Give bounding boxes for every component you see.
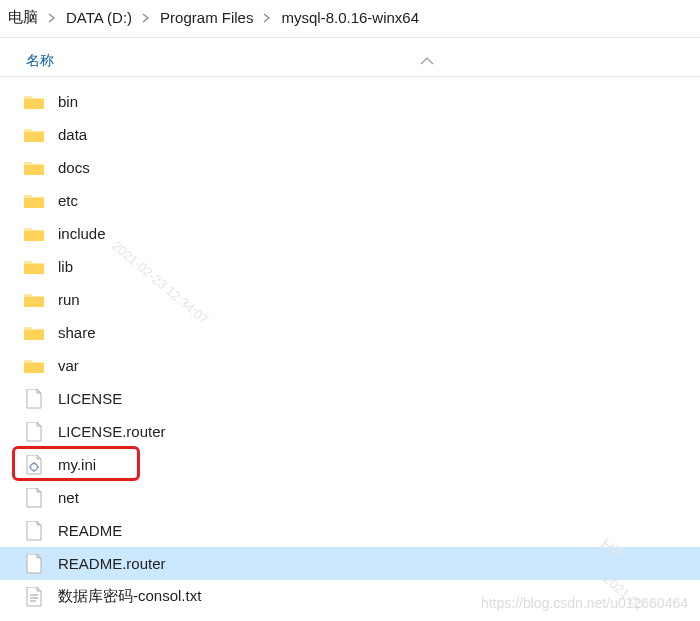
folder-icon bbox=[24, 224, 44, 244]
file-icon bbox=[24, 554, 44, 574]
breadcrumb-item[interactable]: Program Files bbox=[156, 7, 257, 28]
file-name: LICENSE bbox=[58, 390, 122, 407]
file-row[interactable]: include bbox=[0, 217, 700, 250]
chevron-right-icon[interactable] bbox=[140, 13, 152, 23]
file-row[interactable]: data bbox=[0, 118, 700, 151]
file-icon bbox=[24, 488, 44, 508]
folder-icon bbox=[24, 191, 44, 211]
folder-icon bbox=[24, 356, 44, 376]
file-row[interactable]: README bbox=[0, 514, 700, 547]
file-icon bbox=[24, 422, 44, 442]
breadcrumb-item[interactable]: 电脑 bbox=[4, 6, 42, 29]
file-name: net bbox=[58, 489, 79, 506]
file-name: lib bbox=[58, 258, 73, 275]
folder-icon bbox=[24, 125, 44, 145]
file-row[interactable]: etc bbox=[0, 184, 700, 217]
breadcrumb: 电脑 DATA (D:) Program Files mysql-8.0.16-… bbox=[0, 0, 700, 38]
breadcrumb-item[interactable]: DATA (D:) bbox=[62, 7, 136, 28]
file-row[interactable]: lib bbox=[0, 250, 700, 283]
folder-icon bbox=[24, 257, 44, 277]
file-name: etc bbox=[58, 192, 78, 209]
file-name: my.ini bbox=[58, 456, 96, 473]
folder-icon bbox=[24, 290, 44, 310]
file-row[interactable]: var bbox=[0, 349, 700, 382]
file-name: README.router bbox=[58, 555, 166, 572]
chevron-right-icon[interactable] bbox=[46, 13, 58, 23]
folder-icon bbox=[24, 158, 44, 178]
file-name: docs bbox=[58, 159, 90, 176]
txt-file-icon bbox=[24, 587, 44, 607]
file-row[interactable]: my.ini bbox=[0, 448, 700, 481]
chevron-right-icon[interactable] bbox=[261, 13, 273, 23]
column-header-row: 名称 bbox=[0, 38, 700, 77]
file-row[interactable]: LICENSE bbox=[0, 382, 700, 415]
file-row[interactable]: share bbox=[0, 316, 700, 349]
file-row[interactable]: docs bbox=[0, 151, 700, 184]
column-header-name[interactable]: 名称 bbox=[26, 52, 54, 70]
file-name: data bbox=[58, 126, 87, 143]
file-row[interactable]: run bbox=[0, 283, 700, 316]
folder-icon bbox=[24, 92, 44, 112]
file-icon bbox=[24, 389, 44, 409]
file-row[interactable]: net bbox=[0, 481, 700, 514]
file-name: README bbox=[58, 522, 122, 539]
file-row[interactable]: README.router bbox=[0, 547, 700, 580]
file-icon bbox=[24, 521, 44, 541]
file-row[interactable]: LICENSE.router bbox=[0, 415, 700, 448]
file-list: bin data docs etc include lib run share … bbox=[0, 77, 700, 613]
breadcrumb-item[interactable]: mysql-8.0.16-winx64 bbox=[277, 7, 423, 28]
file-row[interactable]: bin bbox=[0, 85, 700, 118]
ini-file-icon bbox=[24, 455, 44, 475]
file-name: LICENSE.router bbox=[58, 423, 166, 440]
file-name: share bbox=[58, 324, 96, 341]
file-row[interactable]: 数据库密码-consol.txt bbox=[0, 580, 700, 613]
file-name: run bbox=[58, 291, 80, 308]
file-name: var bbox=[58, 357, 79, 374]
file-name: bin bbox=[58, 93, 78, 110]
file-name: 数据库密码-consol.txt bbox=[58, 587, 201, 606]
file-name: include bbox=[58, 225, 106, 242]
folder-icon bbox=[24, 323, 44, 343]
sort-indicator-icon[interactable] bbox=[420, 52, 434, 68]
